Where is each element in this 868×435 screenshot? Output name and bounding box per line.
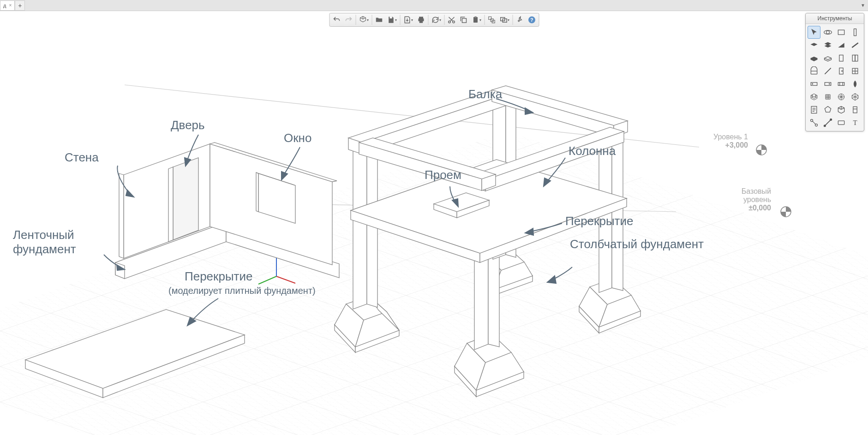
level-base-marker[interactable] xyxy=(780,206,792,220)
tab-bar: д × + ▼ xyxy=(0,0,868,11)
svg-marker-47 xyxy=(119,173,124,258)
tab-label: д xyxy=(3,3,6,8)
level-1-label: Уровень 1 +3,000 xyxy=(713,133,748,149)
tab-close-icon[interactable]: × xyxy=(9,3,12,8)
label-opening: Проем xyxy=(425,168,461,182)
label-column: Колонна xyxy=(569,144,616,158)
svg-marker-51 xyxy=(256,173,258,212)
label-slab-bottom-sub: (моделирует плитный фундамент) xyxy=(168,286,316,296)
label-wall: Стена xyxy=(65,150,99,165)
label-window: Окно xyxy=(284,131,311,145)
svg-marker-53 xyxy=(173,158,198,240)
label-beam: Балка xyxy=(468,87,502,101)
label-slab-right: Перекрытие xyxy=(565,214,633,228)
level-base-label: Базовыйуровень ±0,000 xyxy=(742,187,771,212)
label-door: Дверь xyxy=(171,118,205,132)
svg-marker-54 xyxy=(168,167,173,242)
viewport-3d[interactable]: Стена Дверь Окно Балка Колонна Проем Пер… xyxy=(0,11,868,435)
level-1-marker[interactable] xyxy=(755,144,767,158)
tab-active[interactable]: д × xyxy=(0,0,15,11)
tab-bar-menu[interactable]: ▼ xyxy=(858,0,868,11)
label-pad-found-1: Столбчатый фундамент xyxy=(570,237,704,251)
svg-marker-80 xyxy=(353,145,367,309)
label-strip-found: Ленточныйфундамент xyxy=(13,228,76,256)
label-slab-bottom: Перекрытие xyxy=(185,269,252,284)
tab-add-button[interactable]: + xyxy=(15,0,25,11)
